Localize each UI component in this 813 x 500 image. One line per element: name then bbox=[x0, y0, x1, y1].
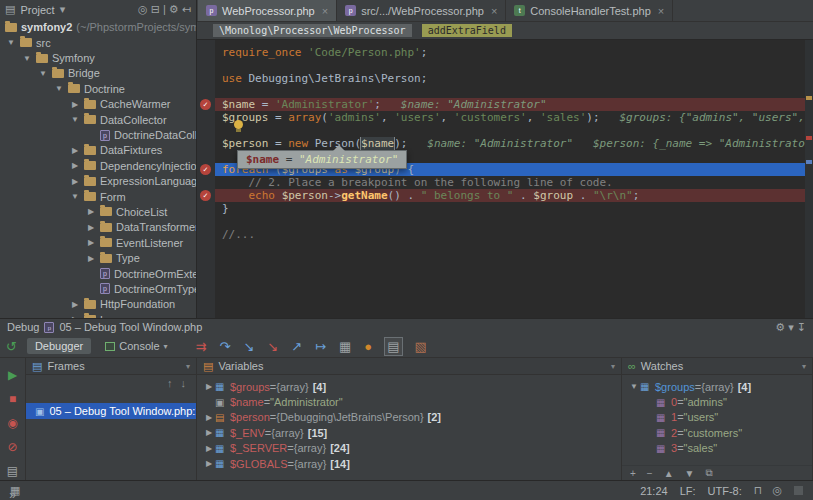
duplicate-watch-icon[interactable]: ⧉ bbox=[706, 467, 713, 479]
tree-item-dependencyinjection[interactable]: ▶DependencyInjection bbox=[0, 158, 196, 173]
editor-tab[interactable]: tConsoleHandlerTest.php× bbox=[506, 0, 673, 21]
caret-position[interactable]: 21:24 bbox=[640, 485, 668, 497]
expand-icon[interactable]: ▼ bbox=[628, 382, 640, 391]
run-to-cursor-icon[interactable]: ↦ bbox=[315, 338, 326, 355]
panel-menu-icon[interactable]: ▾ bbox=[802, 362, 806, 371]
step-over-icon[interactable]: ↷ bbox=[220, 338, 231, 355]
variable-row[interactable]: ▶▦$groups = {array}[4] bbox=[197, 379, 621, 394]
editor-tab[interactable]: pWebProcessor.php× bbox=[198, 0, 337, 21]
chevron-collapsed-icon[interactable]: ▶ bbox=[70, 161, 80, 170]
chevron-collapsed-icon[interactable]: ▶ bbox=[86, 254, 96, 263]
project-root-row[interactable]: symfony2 (~/PhpstormProjects/symfo bbox=[0, 19, 196, 35]
panel-menu-icon[interactable]: ▾ bbox=[611, 362, 615, 371]
variable-row[interactable]: ▶▤$person = {Debugging\JetBrains\Person}… bbox=[197, 410, 621, 425]
chevron-collapsed-icon[interactable]: ▶ bbox=[70, 315, 80, 318]
editor-gutter[interactable] bbox=[197, 59, 215, 72]
listen-debug-icon[interactable]: ● bbox=[364, 338, 372, 355]
tree-item-expressionlanguage[interactable]: ▶ExpressionLanguage bbox=[0, 174, 196, 189]
breakpoint-icon[interactable]: ✓ bbox=[200, 190, 211, 201]
tree-item-type[interactable]: ▶Type bbox=[0, 250, 196, 265]
code-editor[interactable]: $name = "Administrator" require_once 'Co… bbox=[197, 40, 813, 318]
close-tab-icon[interactable]: × bbox=[658, 5, 664, 17]
editor-gutter[interactable] bbox=[197, 46, 215, 59]
expand-icon[interactable]: ▶ bbox=[203, 444, 215, 453]
expand-icon[interactable]: ▶ bbox=[203, 459, 215, 468]
tree-item-datatransformer[interactable]: ▶DataTransformer bbox=[0, 220, 196, 235]
editor-gutter[interactable] bbox=[197, 150, 215, 163]
tree-item-symfony[interactable]: ▼Symfony bbox=[0, 50, 196, 65]
tree-item-src[interactable]: ▼src bbox=[0, 35, 196, 50]
settings-icon[interactable]: ⚙ bbox=[169, 3, 179, 15]
chevron-expanded-icon[interactable]: ▼ bbox=[54, 84, 64, 93]
chevron-expanded-icon[interactable]: ▼ bbox=[70, 115, 80, 124]
variable-row[interactable]: ▶▦$_ENV = {array}[15] bbox=[197, 425, 621, 440]
variable-row[interactable]: ▣$name = "Administrator" bbox=[197, 394, 621, 409]
restore-layout-icon[interactable]: ▤ bbox=[7, 463, 18, 480]
chevron-down-icon[interactable]: ▾ bbox=[60, 3, 66, 16]
frame-down-icon[interactable]: ↓ bbox=[181, 377, 187, 389]
project-tree[interactable]: ▼src▼Symfony▼Bridge▼Doctrine▶CacheWarmer… bbox=[0, 35, 196, 318]
variable-row[interactable]: ▦2 = "customers" bbox=[622, 425, 812, 440]
editor-gutter[interactable]: ✓ bbox=[197, 98, 215, 111]
dropdown-icon[interactable]: ▾ bbox=[788, 321, 794, 333]
view-breakpoints-icon[interactable]: ◉ bbox=[7, 415, 17, 432]
tree-item-doctrine[interactable]: ▼Doctrine bbox=[0, 81, 196, 96]
chevron-expanded-icon[interactable]: ▼ bbox=[70, 192, 80, 201]
console-settings-icon[interactable]: ▧ bbox=[415, 338, 427, 355]
breakpoint-icon[interactable]: ✓ bbox=[200, 99, 211, 110]
variable-row[interactable]: ▦0 = "admins" bbox=[622, 394, 812, 409]
frame-up-icon[interactable]: ↑ bbox=[167, 377, 173, 389]
dock-icon[interactable]: ↧ bbox=[797, 321, 806, 333]
chevron-expanded-icon[interactable]: ▼ bbox=[22, 54, 32, 63]
expand-icon[interactable]: ▶ bbox=[203, 382, 215, 391]
locate-icon[interactable]: ◎ bbox=[138, 3, 148, 15]
editor-gutter[interactable] bbox=[197, 85, 215, 98]
close-tab-icon[interactable]: × bbox=[491, 5, 497, 17]
debug-tab-console[interactable]: Console▾ bbox=[97, 338, 175, 354]
frame-row[interactable]: ▣05 – Debug Tool Window.php:23 bbox=[26, 403, 196, 419]
step-into-icon[interactable]: ↘ bbox=[243, 338, 254, 355]
tree-item-cachewarmer[interactable]: ▶CacheWarmer bbox=[0, 97, 196, 112]
tree-item-choicelist[interactable]: ▶ChoiceList bbox=[0, 204, 196, 219]
toolwindow-switcher-icon[interactable]: ▦ bbox=[10, 484, 20, 497]
show-execution-point-icon[interactable]: ⇉ bbox=[196, 338, 207, 355]
expand-icon[interactable]: ▶ bbox=[203, 428, 215, 437]
mute-breakpoints-icon[interactable]: ⊘ bbox=[7, 439, 17, 456]
inspections-icon[interactable]: ◎ bbox=[772, 484, 782, 497]
tree-item-doctrinedatacollec[interactable]: pDoctrineDataCollec bbox=[0, 127, 196, 142]
add-watch-icon[interactable]: + bbox=[630, 468, 636, 479]
chevron-collapsed-icon[interactable]: ▶ bbox=[86, 207, 96, 216]
force-step-into-icon[interactable]: ↘ bbox=[267, 338, 278, 355]
editor-gutter[interactable]: ✓ bbox=[197, 189, 215, 202]
editor-gutter[interactable] bbox=[197, 124, 215, 137]
close-tab-icon[interactable]: × bbox=[322, 5, 328, 17]
line-separator[interactable]: LF: bbox=[680, 485, 696, 497]
stop-icon[interactable]: ■ bbox=[9, 391, 16, 408]
editor-scrollbar[interactable] bbox=[805, 40, 813, 318]
editor-gutter[interactable] bbox=[197, 215, 215, 228]
tree-item-logger[interactable]: ▶Logger bbox=[0, 312, 196, 318]
editor-gutter[interactable] bbox=[197, 176, 215, 189]
chevron-collapsed-icon[interactable]: ▶ bbox=[70, 177, 80, 186]
chevron-expanded-icon[interactable]: ▼ bbox=[6, 38, 16, 47]
chevron-collapsed-icon[interactable]: ▶ bbox=[70, 300, 80, 309]
variable-row[interactable]: ▦1 = "users" bbox=[622, 410, 812, 425]
tree-item-form[interactable]: ▼Form bbox=[0, 189, 196, 204]
variable-row[interactable]: ▶▦$GLOBALS = {array}[14] bbox=[197, 456, 621, 471]
tree-item-bridge[interactable]: ▼Bridge bbox=[0, 66, 196, 81]
chevron-expanded-icon[interactable]: ▼ bbox=[38, 69, 48, 78]
editor-gutter[interactable] bbox=[197, 72, 215, 85]
breadcrumb-class-chip[interactable]: \Monolog\Processor\WebProcessor bbox=[213, 24, 412, 37]
step-out-icon[interactable]: ↗ bbox=[291, 338, 302, 355]
resume-icon[interactable]: ▶ bbox=[8, 367, 17, 384]
expand-icon[interactable]: ▶ bbox=[203, 413, 215, 422]
rerun-icon[interactable]: ↺ bbox=[6, 339, 17, 354]
variable-row[interactable]: ▶▦$_SERVER = {array}[24] bbox=[197, 441, 621, 456]
collapse-all-icon[interactable]: ⊟ bbox=[151, 3, 160, 15]
restore-layout-icon[interactable]: ▤ bbox=[385, 338, 401, 355]
chevron-collapsed-icon[interactable]: ▶ bbox=[86, 223, 96, 232]
tree-item-doctrineormtypeg[interactable]: pDoctrineOrmTypeG bbox=[0, 281, 196, 296]
breadcrumb-method-chip[interactable]: addExtraField bbox=[422, 24, 512, 37]
editor-gutter[interactable] bbox=[197, 137, 215, 150]
variable-row[interactable]: ▼▦$groups = {array}[4] bbox=[622, 379, 812, 394]
